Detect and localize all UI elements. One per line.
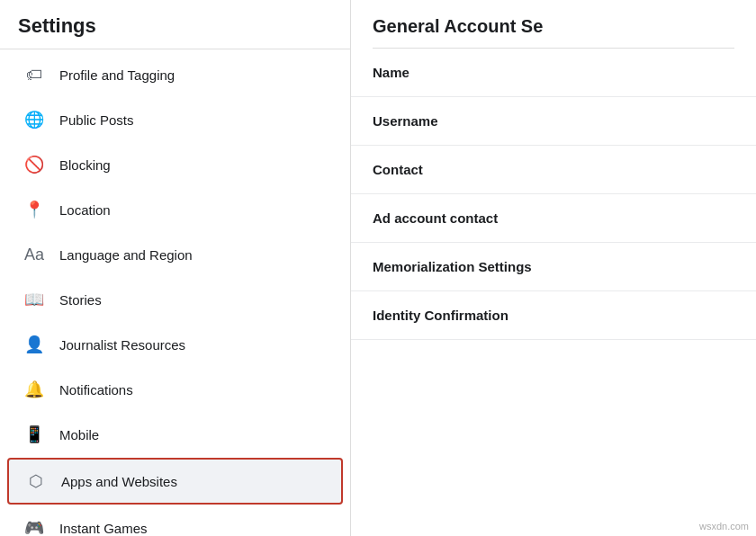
- right-panel: General Account Se NameUsernameContactAd…: [351, 0, 756, 536]
- settings-item-contact[interactable]: Contact: [351, 146, 756, 194]
- sidebar-item-journalist-resources[interactable]: 👤Journalist Resources: [7, 323, 343, 366]
- sidebar-item-apps-websites[interactable]: ⬡Apps and Websites: [7, 458, 343, 505]
- sidebar-item-profile-tagging[interactable]: 🏷Profile and Tagging: [7, 53, 343, 96]
- notifications-icon: 🔔: [22, 377, 47, 402]
- sidebar-item-mobile[interactable]: 📱Mobile: [7, 413, 343, 456]
- settings-label-memorialization-settings: Memorialization Settings: [373, 259, 734, 274]
- sidebar-item-instant-games[interactable]: 🎮Instant Games: [7, 506, 343, 536]
- sidebar-label-blocking: Blocking: [59, 157, 111, 173]
- sidebar-label-language-region: Language and Region: [59, 247, 193, 263]
- mobile-icon: 📱: [22, 422, 47, 447]
- settings-label-ad-account-contact: Ad account contact: [373, 210, 734, 226]
- language-region-icon: Aa: [22, 242, 47, 267]
- sidebar-items-container: 🏷Profile and Tagging🌐Public Posts🚫Blocki…: [0, 53, 350, 536]
- sidebar-label-profile-tagging: Profile and Tagging: [59, 67, 175, 83]
- settings-label-contact: Contact: [373, 162, 734, 177]
- sidebar-title: Settings: [0, 0, 350, 49]
- sidebar-label-journalist-resources: Journalist Resources: [59, 337, 185, 353]
- settings-item-identity-confirmation[interactable]: Identity Confirmation: [351, 291, 756, 340]
- sidebar-label-instant-games: Instant Games: [59, 521, 148, 536]
- sidebar-item-notifications[interactable]: 🔔Notifications: [7, 368, 343, 411]
- sidebar-item-public-posts[interactable]: 🌐Public Posts: [7, 98, 343, 141]
- sidebar-label-public-posts: Public Posts: [59, 112, 134, 128]
- sidebar-label-location: Location: [59, 202, 111, 218]
- settings-item-username[interactable]: Username: [351, 97, 756, 146]
- stories-icon: 📖: [22, 287, 47, 312]
- sidebar-label-stories: Stories: [59, 292, 102, 308]
- sidebar-item-blocking[interactable]: 🚫Blocking: [7, 143, 343, 186]
- instant-games-icon: 🎮: [22, 515, 47, 536]
- sidebar-divider: [0, 49, 350, 49]
- settings-label-identity-confirmation: Identity Confirmation: [373, 308, 734, 323]
- settings-items-container: NameUsernameContactAd account contactMem…: [351, 49, 756, 340]
- blocking-icon: 🚫: [22, 152, 47, 177]
- sidebar-label-notifications: Notifications: [59, 382, 133, 398]
- sidebar: Settings 🏷Profile and Tagging🌐Public Pos…: [0, 0, 351, 536]
- sidebar-item-language-region[interactable]: AaLanguage and Region: [7, 233, 343, 276]
- location-icon: 📍: [22, 197, 47, 222]
- settings-label-username: Username: [373, 113, 734, 129]
- sidebar-item-location[interactable]: 📍Location: [7, 188, 343, 231]
- settings-label-name: Name: [373, 65, 734, 80]
- apps-websites-icon: ⬡: [23, 469, 49, 494]
- right-panel-title: General Account Se: [351, 0, 756, 48]
- settings-item-memorialization-settings[interactable]: Memorialization Settings: [351, 243, 756, 291]
- profile-tagging-icon: 🏷: [22, 62, 47, 87]
- watermark: wsxdn.com: [696, 520, 752, 532]
- settings-item-name[interactable]: Name: [351, 49, 756, 97]
- journalist-resources-icon: 👤: [22, 332, 47, 357]
- sidebar-item-stories[interactable]: 📖Stories: [7, 278, 343, 321]
- sidebar-label-apps-websites: Apps and Websites: [61, 474, 177, 489]
- settings-item-ad-account-contact[interactable]: Ad account contact: [351, 194, 756, 243]
- public-posts-icon: 🌐: [22, 107, 47, 132]
- sidebar-label-mobile: Mobile: [59, 427, 99, 442]
